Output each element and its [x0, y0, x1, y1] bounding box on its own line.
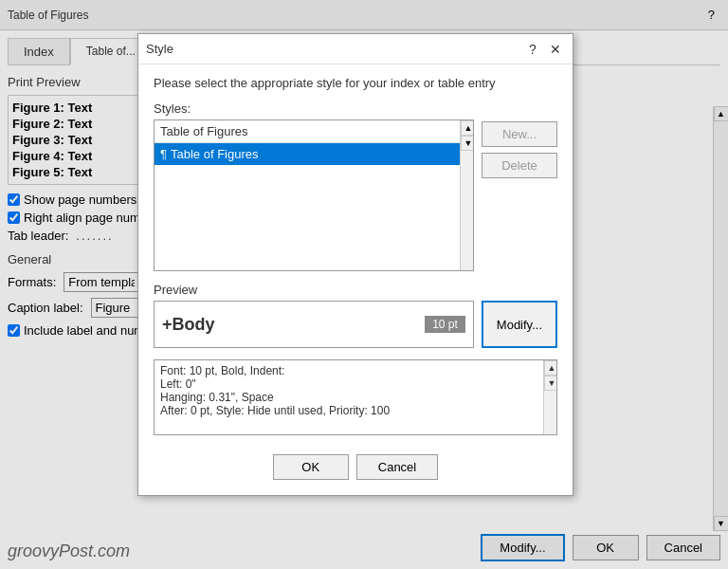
- styles-scroll-up[interactable]: ▲: [461, 120, 474, 136]
- style-dialog: Style ? ✕ Please select the appropriate …: [137, 33, 573, 496]
- dialog-close-button[interactable]: ✕: [546, 40, 565, 59]
- modify-style-button[interactable]: Modify...: [482, 301, 557, 348]
- preview-label: Preview: [154, 283, 557, 297]
- styles-area: Table of Figures ¶ Table of Figures ▲ ▼ …: [154, 119, 557, 271]
- styles-buttons: New... Delete: [482, 119, 557, 271]
- styles-label: Styles:: [154, 101, 557, 116]
- styles-list-header: Table of Figures: [155, 120, 473, 143]
- style-item-icon: ¶: [160, 147, 167, 161]
- preview-modify-row: +Body 10 pt Modify...: [154, 301, 557, 348]
- dialog-help-icon[interactable]: ?: [523, 40, 542, 59]
- preview-text: +Body: [162, 315, 215, 335]
- delete-style-button[interactable]: Delete: [482, 153, 557, 178]
- desc-line-2: Left: 0": [160, 377, 551, 391]
- preview-section: Preview +Body 10 pt Modify...: [154, 283, 557, 348]
- desc-line-3: Hanging: 0.31", Space: [160, 391, 551, 404]
- dialog-titlebar: Style ? ✕: [138, 34, 573, 64]
- dialog-ok-button[interactable]: OK: [273, 454, 349, 480]
- preview-box: +Body 10 pt: [154, 301, 474, 348]
- desc-scrollbar[interactable]: ▲ ▼: [543, 360, 556, 434]
- desc-line-4: After: 0 pt, Style: Hide until used, Pri…: [160, 404, 551, 417]
- dialog-bottom-buttons: OK Cancel: [154, 447, 557, 484]
- style-item-label: Table of Figures: [171, 147, 259, 161]
- dialog-instruction: Please select the appropriate style for …: [154, 76, 557, 90]
- description-box: Font: 10 pt, Bold, Indent: Left: 0" Hang…: [154, 359, 557, 435]
- desc-scroll-up[interactable]: ▲: [544, 360, 557, 376]
- desc-scroll-down[interactable]: ▼: [544, 376, 557, 391]
- preview-size: 10 pt: [425, 316, 465, 333]
- desc-line-1: Font: 10 pt, Bold, Indent:: [160, 364, 551, 377]
- new-style-button[interactable]: New...: [482, 121, 557, 147]
- dialog-body: Please select the appropriate style for …: [138, 64, 573, 495]
- styles-list-item-selected[interactable]: ¶ Table of Figures: [155, 143, 473, 165]
- dialog-title: Style: [146, 42, 523, 56]
- styles-list-container[interactable]: Table of Figures ¶ Table of Figures ▲ ▼: [154, 119, 474, 271]
- styles-list-scrollbar[interactable]: ▲ ▼: [460, 120, 473, 270]
- styles-scroll-down[interactable]: ▼: [461, 136, 474, 151]
- dialog-cancel-button[interactable]: Cancel: [356, 454, 438, 480]
